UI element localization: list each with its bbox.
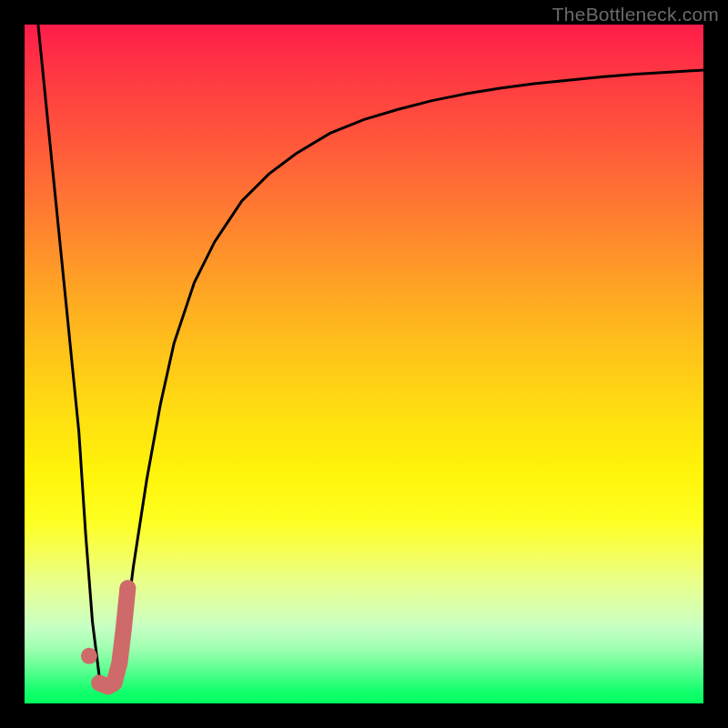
bottleneck-curve xyxy=(38,25,703,690)
marker-dot xyxy=(81,648,97,664)
svg-point-0 xyxy=(81,648,97,664)
plot-area xyxy=(25,25,703,703)
curve-layer xyxy=(25,25,703,703)
marker-hook xyxy=(99,588,127,686)
chart-frame: TheBottleneck.com xyxy=(0,0,728,728)
watermark-text: TheBottleneck.com xyxy=(552,4,719,25)
